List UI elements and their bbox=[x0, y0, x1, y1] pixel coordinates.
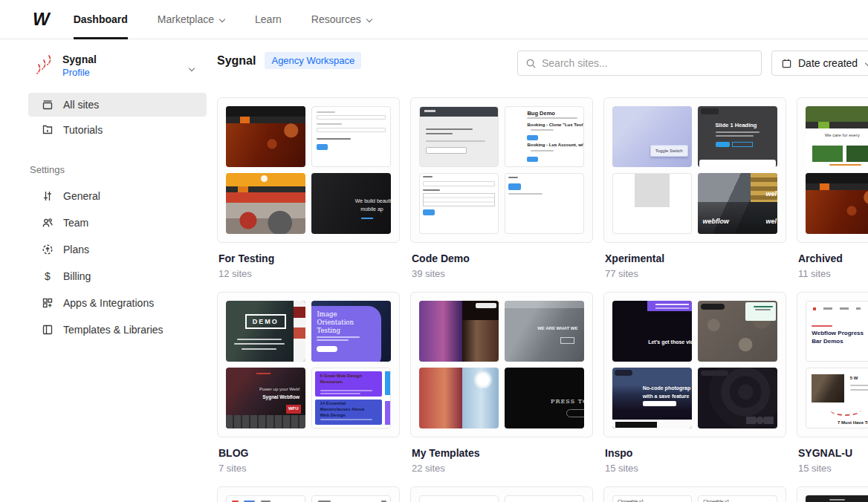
site-thumbnail[interactable] bbox=[419, 106, 499, 167]
folder-card-my-templates: WE ARE WHAT WE PRESS TO S My Templates 2… bbox=[410, 292, 593, 474]
tab-marketplace-label: Marketplace bbox=[158, 13, 214, 25]
folder-thumbnails[interactable]: Cloneable v1 Cloneable v1 bbox=[603, 486, 786, 502]
sidebar-item-team[interactable]: Team bbox=[28, 209, 207, 236]
sidebar-item-plans[interactable]: Plans bbox=[28, 236, 207, 263]
site-thumbnail[interactable]: Toggle Switch bbox=[612, 106, 692, 167]
site-thumbnail[interactable] bbox=[226, 173, 305, 234]
folder-thumbnails[interactable]: We build beautif mobile ap bbox=[217, 97, 400, 243]
folder-thumbnails[interactable]: We care for every bbox=[797, 97, 868, 243]
thumb-headline: Let's get those vid bbox=[648, 339, 692, 345]
team-icon bbox=[42, 217, 54, 229]
site-thumbnail[interactable]: WE ARE WHAT WE bbox=[505, 301, 584, 362]
calendar-icon bbox=[781, 58, 792, 69]
folder-thumbnails[interactable]: Toggle Switch Slide 1 Heading webflow we… bbox=[603, 97, 786, 243]
site-thumbnail[interactable]: Image Orientation Testing bbox=[311, 301, 391, 362]
webflow-logo-icon[interactable]: W bbox=[33, 0, 48, 39]
sidebar-item-general[interactable]: General bbox=[28, 183, 207, 209]
folder-thumbnails[interactable] bbox=[410, 486, 593, 502]
sort-dropdown[interactable]: Date created bbox=[771, 50, 868, 76]
folder-name: For Testing bbox=[218, 252, 400, 264]
site-thumbnail[interactable] bbox=[698, 301, 777, 362]
folder-site-count: 7 sites bbox=[218, 463, 400, 474]
site-thumbnail[interactable]: Cloneable v1 bbox=[698, 495, 777, 502]
thumb-headline: Power up your Webf bbox=[259, 387, 299, 393]
site-thumbnail[interactable] bbox=[505, 495, 584, 502]
search-input[interactable] bbox=[542, 57, 754, 69]
sidebar-item-all-sites[interactable]: All sites bbox=[28, 93, 207, 117]
search-box bbox=[517, 50, 762, 76]
sidebar-item-templates-libraries[interactable]: Templates & Libraries bbox=[28, 316, 207, 343]
site-thumbnail[interactable] bbox=[806, 173, 868, 234]
site-thumbnail[interactable] bbox=[505, 173, 584, 234]
site-thumbnail[interactable]: Power up your Webf Sygnal Webflow WFU bbox=[226, 368, 305, 428]
thumb-decor bbox=[423, 209, 435, 215]
site-thumbnail[interactable] bbox=[226, 495, 305, 502]
folder-thumbnails[interactable]: Let's get those vid No-code photograp wi… bbox=[603, 292, 786, 437]
site-thumbnail[interactable] bbox=[806, 495, 868, 502]
tab-marketplace[interactable]: Marketplace bbox=[143, 0, 240, 39]
thumb-decor bbox=[829, 164, 861, 166]
tab-learn[interactable]: Learn bbox=[240, 0, 297, 39]
sidebar-settings-nav: General Team Plans $ B bbox=[0, 183, 207, 343]
site-thumbnail[interactable] bbox=[226, 106, 305, 167]
tab-resources[interactable]: Resources bbox=[297, 0, 387, 39]
folder-card-for-testing: We build beautif mobile ap For Testing 1… bbox=[217, 97, 400, 279]
site-thumbnail[interactable]: No-code photograp with a save feature bbox=[612, 368, 692, 428]
folder-thumbnails[interactable]: DEMO Image Orientation Testing Power up … bbox=[217, 292, 400, 437]
site-thumbnail[interactable] bbox=[698, 368, 777, 428]
thumb-decor bbox=[423, 193, 495, 206]
thumb-headline: No-code photograp bbox=[643, 385, 691, 391]
folder-thumbnails[interactable] bbox=[797, 486, 868, 502]
workspace-type-badge: Agency Workspace bbox=[265, 52, 361, 69]
sidebar-item-billing[interactable]: $ Billing bbox=[28, 263, 207, 290]
thumb-headline: mobile ap bbox=[360, 206, 383, 212]
site-thumbnail[interactable]: Slide 1 Heading bbox=[698, 106, 777, 167]
folder-card-blog: DEMO Image Orientation Testing Power up … bbox=[217, 292, 400, 474]
site-thumbnail[interactable]: 5 W 7 Must Have To bbox=[806, 368, 868, 428]
thumb-decor bbox=[755, 309, 771, 310]
folder-thumbnails[interactable]: Webflow Progress Bar Demos 5 W 7 Must Ha… bbox=[797, 292, 868, 437]
site-thumbnail[interactable] bbox=[612, 173, 692, 234]
workspace-profile-link[interactable]: Profile bbox=[62, 67, 97, 78]
tutorials-icon bbox=[42, 124, 54, 136]
folder-name: BLOG bbox=[218, 447, 400, 459]
thumb-decor bbox=[716, 131, 760, 133]
site-thumbnail[interactable] bbox=[419, 301, 499, 362]
thumb-decor bbox=[716, 142, 730, 147]
thumb-decor bbox=[754, 306, 773, 307]
site-thumbnail[interactable]: We build beautif mobile ap bbox=[311, 173, 391, 234]
thumb-headline: 5 W bbox=[850, 376, 858, 382]
thumb-decor bbox=[716, 135, 754, 137]
thumb-headline: We build beautif bbox=[355, 198, 391, 204]
workspace-switcher[interactable]: Sygnal Profile bbox=[0, 40, 207, 78]
folder-thumbnails[interactable]: WE ARE WHAT WE PRESS TO S bbox=[410, 292, 593, 437]
tab-dashboard[interactable]: Dashboard bbox=[59, 0, 143, 39]
thumb-decor bbox=[320, 419, 372, 420]
top-nav-items: Dashboard Marketplace Learn Resources bbox=[59, 0, 387, 39]
site-thumbnail[interactable] bbox=[419, 173, 499, 234]
site-thumbnail[interactable] bbox=[311, 106, 391, 167]
thumb-decor bbox=[850, 389, 868, 391]
site-thumbnail[interactable]: PRESS TO S bbox=[505, 368, 584, 428]
sort-label: Date created bbox=[798, 57, 858, 69]
site-thumbnail[interactable]: We care for every bbox=[806, 106, 868, 167]
thumb-headline: 14 Essential Masterclasses About Web Des… bbox=[320, 401, 374, 418]
thumb-decor bbox=[320, 390, 372, 391]
settings-section-header: Settings bbox=[30, 164, 207, 175]
thumb-decor bbox=[531, 129, 554, 131]
folder-thumbnails[interactable] bbox=[217, 486, 400, 502]
sidebar-item-tutorials[interactable]: Tutorials bbox=[28, 118, 207, 142]
site-thumbnail[interactable]: webflow wel wel bbox=[698, 173, 777, 234]
site-thumbnail[interactable] bbox=[419, 368, 499, 428]
folder-thumbnails[interactable]: Bug Demo Booking - Clone "Lux Test" Acco… bbox=[410, 97, 593, 243]
site-thumbnail[interactable]: Cloneable v1 bbox=[612, 495, 692, 502]
site-thumbnail[interactable] bbox=[419, 495, 499, 502]
site-thumbnail[interactable]: DEMO bbox=[226, 301, 305, 362]
site-thumbnail[interactable] bbox=[311, 495, 391, 502]
site-thumbnail[interactable]: 5 Great Web Design Resources 14 Essentia… bbox=[311, 368, 391, 428]
site-thumbnail[interactable]: Webflow Progress Bar Demos bbox=[806, 301, 868, 362]
site-thumbnail[interactable]: Bug Demo Booking - Clone "Lux Test" Acco… bbox=[505, 106, 584, 167]
thumb-decor bbox=[423, 189, 440, 191]
site-thumbnail[interactable]: Let's get those vid bbox=[612, 301, 692, 362]
sidebar-item-apps-integrations[interactable]: Apps & Integrations bbox=[28, 290, 207, 316]
